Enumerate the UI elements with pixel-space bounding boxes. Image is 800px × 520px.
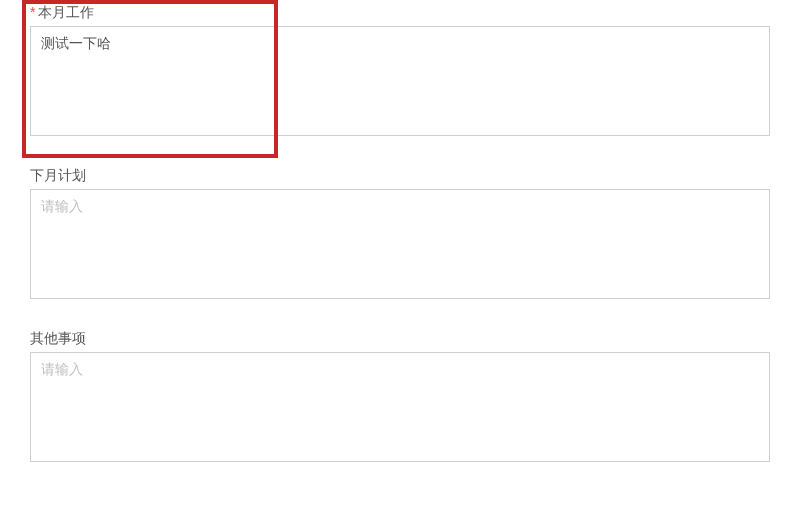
label-text-other: 其他事项 [30, 330, 86, 346]
field-label-this-month: *本月工作 [30, 4, 770, 22]
this-month-work-textarea[interactable] [30, 26, 770, 136]
form-container: *本月工作 下月计划 其他事项 [0, 0, 800, 513]
form-field-other: 其他事项 [30, 330, 770, 465]
field-label-next-month: 下月计划 [30, 167, 770, 185]
form-field-this-month: *本月工作 [30, 4, 770, 139]
label-text-next-month: 下月计划 [30, 167, 86, 183]
field-label-other: 其他事项 [30, 330, 770, 348]
form-field-next-month: 下月计划 [30, 167, 770, 302]
required-asterisk: * [30, 4, 35, 20]
next-month-plan-textarea[interactable] [30, 189, 770, 299]
label-text-this-month: 本月工作 [38, 4, 94, 20]
other-matters-textarea[interactable] [30, 352, 770, 462]
